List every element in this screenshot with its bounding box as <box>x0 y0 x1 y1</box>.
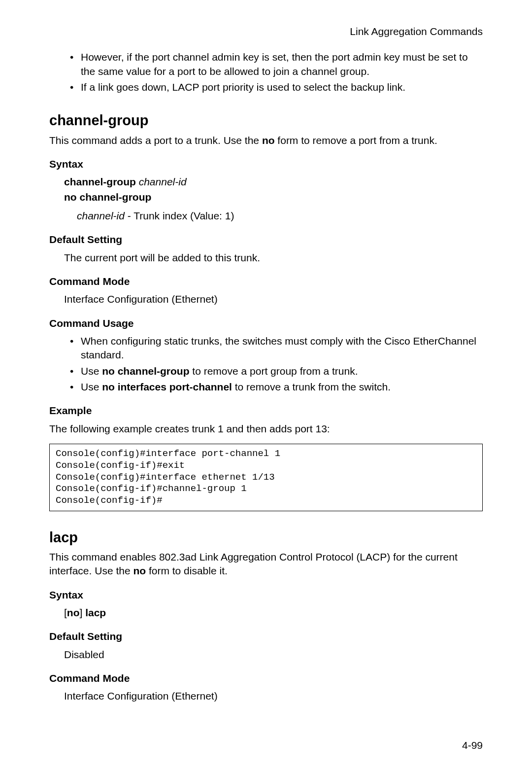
lacp-heading: lacp <box>49 528 483 547</box>
syntax-param: channel-id - Trunk index (Value: 1) <box>49 209 483 223</box>
page-header: Link Aggregation Commands <box>49 25 483 38</box>
lacp-mode-label: Command Mode <box>49 671 483 685</box>
lacp-syntax-line: [no] lacp <box>49 606 483 620</box>
syntax-line-2: no channel-group <box>49 190 483 204</box>
command-mode-text: Interface Configuration (Ethernet) <box>49 292 483 306</box>
intro-bullet-2: If a link goes down, LACP port priority … <box>70 80 483 94</box>
page-number: 4-99 <box>462 739 483 752</box>
usage-item-3: Use no interfaces port-channel to remove… <box>70 380 483 394</box>
lacp-default-text: Disabled <box>49 648 483 662</box>
intro-bullets: However, if the port channel admin key i… <box>49 50 483 94</box>
intro-bullet-1: However, if the port channel admin key i… <box>70 50 483 78</box>
lacp-mode-text: Interface Configuration (Ethernet) <box>49 689 483 703</box>
command-mode-label: Command Mode <box>49 275 483 288</box>
example-text: The following example creates trunk 1 an… <box>49 422 483 436</box>
syntax-label: Syntax <box>49 157 483 171</box>
usage-item-2: Use no channel-group to remove a port gr… <box>70 364 483 378</box>
lacp-syntax-label: Syntax <box>49 588 483 602</box>
usage-item-1: When configuring static trunks, the swit… <box>70 334 483 362</box>
default-setting-text: The current port will be added to this t… <box>49 251 483 265</box>
channel-group-heading: channel-group <box>49 111 483 130</box>
command-usage-label: Command Usage <box>49 317 483 330</box>
default-setting-label: Default Setting <box>49 233 483 246</box>
channel-group-desc: This command adds a port to a trunk. Use… <box>49 134 483 147</box>
code-example: Console(config)#interface port-channel 1… <box>49 444 483 511</box>
syntax-line-1: channel-group channel-id <box>49 175 483 189</box>
example-label: Example <box>49 404 483 418</box>
lacp-desc: This command enables 802.3ad Link Aggreg… <box>49 550 483 578</box>
lacp-default-label: Default Setting <box>49 630 483 643</box>
usage-list: When configuring static trunks, the swit… <box>49 334 483 394</box>
